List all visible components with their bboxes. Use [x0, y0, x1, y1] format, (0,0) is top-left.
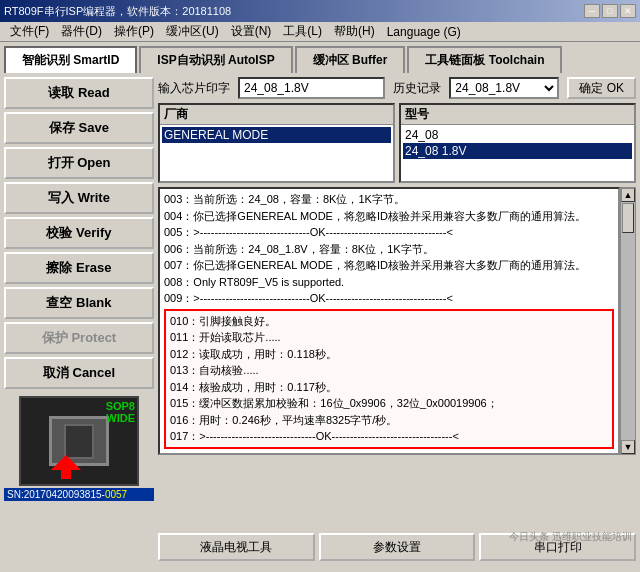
- log-highlighted-line: 014：核验成功，用时：0.117秒。: [170, 379, 608, 396]
- tab-smartid[interactable]: 智能识别 SmartID: [4, 46, 137, 73]
- scroll-thumb[interactable]: [622, 203, 634, 233]
- history-label: 历史记录: [393, 80, 441, 97]
- menu-help[interactable]: 帮助(H): [328, 21, 381, 42]
- log-line: 003：当前所选：24_08，容量：8K位，1K字节。: [164, 191, 614, 208]
- erase-button[interactable]: 擦除 Erase: [4, 252, 154, 284]
- arrow-indicator: [51, 455, 81, 482]
- maximize-button[interactable]: □: [602, 4, 618, 18]
- menu-file[interactable]: 文件(F): [4, 21, 55, 42]
- write-button[interactable]: 写入 Write: [4, 182, 154, 214]
- lcd-tv-tools-button[interactable]: 液晶电视工具: [158, 533, 315, 561]
- log-line: 008：Only RT809F_V5 is supported.: [164, 274, 614, 291]
- ok-button[interactable]: 确定 OK: [567, 77, 636, 99]
- type-box: 型号 24_08 24_08 1.8V: [399, 103, 636, 183]
- device-image: SOP8 WIDE: [19, 396, 139, 486]
- log-line: 007：你已选择GENEREAL MODE，将忽略ID核验并采用兼容大多数厂商的…: [164, 257, 614, 274]
- chip-label: 输入芯片印字: [158, 80, 230, 97]
- menu-language[interactable]: Language (G): [381, 23, 467, 41]
- menu-bar: 文件(F) 器件(D) 操作(P) 缓冲区(U) 设置(N) 工具(L) 帮助(…: [0, 22, 640, 42]
- vendor-label: 厂商: [160, 105, 393, 125]
- chip-input[interactable]: [238, 77, 385, 99]
- tab-toolchain[interactable]: 工具链面板 Toolchain: [407, 46, 562, 73]
- read-button[interactable]: 读取 Read: [4, 77, 154, 109]
- log-highlighted-line: 017：>------------------------------OK---…: [170, 428, 608, 445]
- bottom-buttons: 液晶电视工具 参数设置 串口打印: [158, 459, 636, 564]
- log-highlighted-line: 010：引脚接触良好。: [170, 313, 608, 330]
- window-controls: ─ □ ✕: [584, 4, 636, 18]
- watermark: 今日头条 迅维职业技能培训: [509, 530, 632, 544]
- history-select[interactable]: 24_08_1.8V: [449, 77, 559, 99]
- input-row: 输入芯片印字 历史记录 24_08_1.8V 确定 OK: [158, 77, 636, 99]
- vendor-type-row: 厂商 GENEREAL MODE 型号 24_08 24_08 1.8V: [158, 103, 636, 183]
- menu-buffer[interactable]: 缓冲区(U): [160, 21, 225, 42]
- log-highlighted-line: 016：用时：0.246秒，平均速率8325字节/秒。: [170, 412, 608, 429]
- left-panel: 读取 Read 保存 Save 打开 Open 写入 Write 校验 Veri…: [4, 77, 154, 563]
- type-item-1[interactable]: 24_08 1.8V: [403, 143, 632, 159]
- tab-buffer[interactable]: 缓冲区 Buffer: [295, 46, 406, 73]
- sn-highlight: 0057: [105, 489, 127, 500]
- vendor-box: 厂商 GENEREAL MODE: [158, 103, 395, 183]
- log-before: 003：当前所选：24_08，容量：8K位，1K字节。004：你已选择GENER…: [164, 191, 614, 307]
- scroll-down-button[interactable]: ▼: [621, 440, 635, 454]
- cancel-button[interactable]: 取消 Cancel: [4, 357, 154, 389]
- vendor-item[interactable]: GENEREAL MODE: [162, 127, 391, 143]
- log-highlighted-line: 013：自动核验.....: [170, 362, 608, 379]
- socket-inner: [64, 424, 94, 459]
- param-settings-button[interactable]: 参数设置: [319, 533, 476, 561]
- menu-settings[interactable]: 设置(N): [225, 21, 278, 42]
- menu-tools[interactable]: 工具(L): [277, 21, 328, 42]
- log-highlighted-line: 015：缓冲区数据累加校验和：16位_0x9906，32位_0x00019906…: [170, 395, 608, 412]
- menu-operation[interactable]: 操作(P): [108, 21, 160, 42]
- tab-bar: 智能识别 SmartID ISP自动识别 AutoISP 缓冲区 Buffer …: [0, 42, 640, 73]
- svg-marker-0: [51, 455, 81, 470]
- log-area[interactable]: 003：当前所选：24_08，容量：8K位，1K字节。004：你已选择GENER…: [158, 187, 620, 455]
- sn-text: SN:20170420093815-: [7, 489, 105, 500]
- scroll-up-button[interactable]: ▲: [621, 188, 635, 202]
- verify-button[interactable]: 校验 Verify: [4, 217, 154, 249]
- type-item-0[interactable]: 24_08: [403, 127, 632, 143]
- log-line: 005：>------------------------------OK---…: [164, 224, 614, 241]
- log-line: 004：你已选择GENEREAL MODE，将忽略ID核验并采用兼容大多数厂商的…: [164, 208, 614, 225]
- scroll-track: [621, 202, 635, 440]
- log-highlighted: 010：引脚接触良好。011：开始读取芯片.....012：读取成功，用时：0.…: [164, 309, 614, 449]
- vendor-list: GENEREAL MODE: [160, 125, 393, 181]
- minimize-button[interactable]: ─: [584, 4, 600, 18]
- sn-bar: SN:20170420093815-0057: [4, 488, 154, 501]
- save-button[interactable]: 保存 Save: [4, 112, 154, 144]
- log-container: 003：当前所选：24_08，容量：8K位，1K字节。004：你已选择GENER…: [158, 187, 636, 455]
- title-bar: RT809F串行ISP编程器，软件版本：20181108 ─ □ ✕: [0, 0, 640, 22]
- log-line: 009：>------------------------------OK---…: [164, 290, 614, 307]
- log-highlighted-line: 011：开始读取芯片.....: [170, 329, 608, 346]
- type-label: 型号: [401, 105, 634, 125]
- log-line: 006：当前所选：24_08_1.8V，容量：8K位，1K字节。: [164, 241, 614, 258]
- log-highlighted-line: 012：读取成功，用时：0.118秒。: [170, 346, 608, 363]
- blank-button[interactable]: 查空 Blank: [4, 287, 154, 319]
- close-button[interactable]: ✕: [620, 4, 636, 18]
- svg-rect-1: [61, 469, 71, 479]
- right-panel: 输入芯片印字 历史记录 24_08_1.8V 确定 OK 厂商 GENEREAL…: [158, 77, 636, 563]
- protect-button[interactable]: 保护 Protect: [4, 322, 154, 354]
- device-area: SOP8 WIDE SN:20170420093815-0057: [4, 396, 154, 501]
- main-content: 读取 Read 保存 Save 打开 Open 写入 Write 校验 Veri…: [0, 73, 640, 567]
- menu-device[interactable]: 器件(D): [55, 21, 108, 42]
- title-text: RT809F串行ISP编程器，软件版本：20181108: [4, 4, 231, 19]
- scrollbar[interactable]: ▲ ▼: [620, 187, 636, 455]
- device-label: SOP8: [106, 400, 135, 412]
- open-button[interactable]: 打开 Open: [4, 147, 154, 179]
- device-sublabel: WIDE: [106, 412, 135, 424]
- type-list: 24_08 24_08 1.8V: [401, 125, 634, 181]
- tab-autoisp[interactable]: ISP自动识别 AutoISP: [139, 46, 292, 73]
